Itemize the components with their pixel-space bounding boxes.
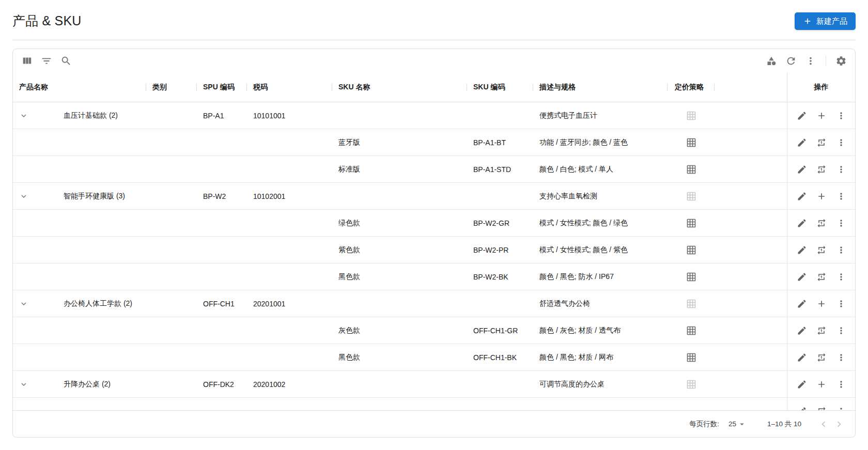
- cell-product-name: [13, 317, 146, 344]
- edit-button[interactable]: [795, 350, 809, 365]
- cell-spu-code: [197, 237, 247, 263]
- cell-sku-name-text: 蓝牙版: [338, 138, 360, 147]
- pricing-strategy-button[interactable]: [684, 323, 699, 338]
- edit-button[interactable]: [795, 216, 809, 230]
- row-more-button[interactable]: [834, 377, 848, 392]
- settings-button[interactable]: [833, 53, 849, 69]
- grid-on-icon: [686, 164, 696, 175]
- product-name-text: 升降办公桌 (2): [64, 380, 111, 389]
- repeat-one-icon: [816, 137, 827, 148]
- edit-button[interactable]: [795, 243, 809, 257]
- repeat-one-button[interactable]: [814, 216, 829, 230]
- expand-toggle-button[interactable]: [17, 190, 30, 203]
- repeat-one-button[interactable]: [814, 243, 829, 257]
- cell-pricing-strategy: [668, 317, 715, 344]
- search-button[interactable]: [58, 53, 74, 69]
- add-sku-button[interactable]: [814, 377, 829, 392]
- pricing-strategy-button[interactable]: [684, 135, 699, 150]
- repeat-one-button[interactable]: [814, 135, 829, 150]
- edit-button[interactable]: [795, 297, 809, 311]
- repeat-one-button[interactable]: [814, 270, 829, 284]
- row-more-button[interactable]: [834, 270, 848, 284]
- repeat-one-button[interactable]: [814, 323, 829, 338]
- pricing-strategy-button[interactable]: [684, 216, 699, 230]
- cell-sku-code: BP-W2-PR: [467, 237, 533, 263]
- repeat-one-button[interactable]: [814, 350, 829, 365]
- shapes-button[interactable]: [763, 53, 780, 69]
- add-icon: [816, 111, 827, 121]
- view-columns-icon: [21, 55, 33, 67]
- column-header-sku-name[interactable]: SKU 名称: [332, 73, 467, 102]
- column-header-pricing-strategy[interactable]: 定价策略: [668, 73, 715, 102]
- row-more-button[interactable]: [834, 189, 848, 204]
- next-page-button[interactable]: [831, 416, 847, 432]
- cell-spu-code: [197, 398, 247, 410]
- grid-on-icon: [686, 191, 696, 201]
- pricing-strategy-button[interactable]: [684, 350, 699, 365]
- edit-button[interactable]: [795, 135, 809, 150]
- new-product-button[interactable]: 新建产品: [795, 12, 856, 30]
- add-sku-button[interactable]: [814, 189, 829, 204]
- cell-empty: [715, 129, 787, 156]
- cell-tax-code: 20201001: [247, 290, 332, 317]
- pricing-strategy-button: [684, 377, 699, 392]
- cell-pricing-strategy: [668, 129, 715, 156]
- column-header-spu-code[interactable]: SPU 编码: [197, 73, 247, 102]
- column-header-sku-code[interactable]: SKU 编码: [467, 73, 533, 102]
- row-more-button[interactable]: [834, 404, 848, 411]
- row-more-button[interactable]: [834, 350, 848, 365]
- add-sku-button[interactable]: [814, 108, 829, 123]
- repeat-one-button[interactable]: [814, 162, 829, 177]
- cell-description-text: 功能 / 蓝牙同步; 颜色 / 蓝色: [539, 138, 628, 147]
- column-header-tax-code[interactable]: 税码: [247, 73, 332, 102]
- pricing-strategy-button[interactable]: [684, 162, 699, 177]
- cell-sku-code: OFF-CH1-GR: [467, 317, 533, 344]
- column-header-description-specs[interactable]: 描述与规格: [533, 73, 668, 102]
- column-header-product-name[interactable]: 产品名称: [13, 73, 146, 102]
- product-row: 智能手环健康版 (3)BP-W210102001支持心率血氧检测: [13, 183, 855, 210]
- edit-button[interactable]: [795, 323, 809, 338]
- expand-toggle-button[interactable]: [17, 109, 30, 122]
- edit-button[interactable]: [795, 404, 809, 411]
- cell-sku-name: 蓝牙版: [332, 129, 467, 156]
- row-more-button[interactable]: [834, 108, 848, 123]
- add-sku-button[interactable]: [814, 297, 829, 311]
- repeat-one-icon: [816, 218, 827, 228]
- cell-sku-name: [332, 102, 467, 129]
- expand-toggle-button[interactable]: [17, 297, 30, 311]
- edit-button[interactable]: [795, 189, 809, 204]
- row-more-button[interactable]: [834, 162, 848, 177]
- edit-button[interactable]: [795, 108, 809, 123]
- cell-spu-code: [197, 156, 247, 182]
- previous-page-button[interactable]: [816, 416, 831, 432]
- cell-description: 支持心率血氧检测: [533, 183, 668, 209]
- filter-button[interactable]: [38, 53, 55, 69]
- cell-description: 颜色 / 灰色; 材质 / 透气布: [533, 317, 668, 344]
- row-more-button[interactable]: [834, 135, 848, 150]
- expand-toggle-button[interactable]: [17, 378, 30, 391]
- row-more-button[interactable]: [834, 323, 848, 338]
- repeat-one-icon: [816, 325, 827, 336]
- refresh-button[interactable]: [783, 53, 799, 69]
- cell-description: 功能 / 蓝牙同步; 颜色 / 蓝色: [533, 129, 668, 156]
- column-header-category[interactable]: 类别: [146, 73, 197, 102]
- edit-button[interactable]: [795, 377, 809, 392]
- sku-row: 蓝牙版BP-A1-BT功能 / 蓝牙同步; 颜色 / 蓝色: [13, 129, 855, 156]
- rows-per-page-select[interactable]: 25: [729, 420, 747, 429]
- cell-category: [146, 398, 197, 410]
- columns-button[interactable]: [19, 53, 35, 69]
- pricing-strategy-button[interactable]: [684, 243, 699, 257]
- cell-description: 舒适透气办公椅: [533, 290, 668, 317]
- row-more-button[interactable]: [834, 243, 848, 257]
- toolbar-more-button[interactable]: [802, 53, 819, 69]
- cell-actions: [787, 344, 855, 370]
- repeat-one-button[interactable]: [814, 404, 829, 411]
- cell-sku-code-text: BP-W2-PR: [473, 246, 508, 254]
- edit-button[interactable]: [795, 270, 809, 284]
- pricing-strategy-button[interactable]: [684, 270, 699, 284]
- row-more-button[interactable]: [834, 297, 848, 311]
- cell-description-text: 颜色 / 黑色; 防水 / IP67: [539, 272, 614, 282]
- row-more-button[interactable]: [834, 216, 848, 230]
- edit-button[interactable]: [795, 162, 809, 177]
- cell-tax-code: [247, 129, 332, 156]
